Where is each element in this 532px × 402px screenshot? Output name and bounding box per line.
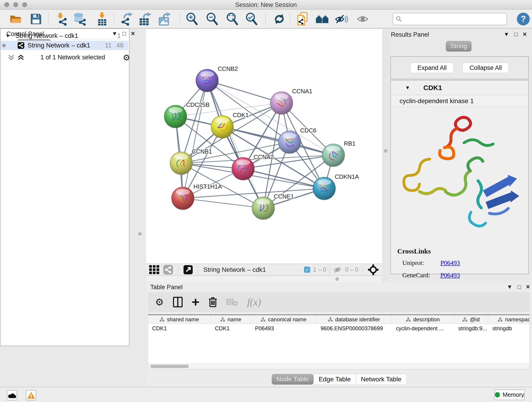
function-builder-icon: f(x) <box>247 296 261 308</box>
open-in-window-icon[interactable] <box>184 265 193 274</box>
node-ccnb1[interactable] <box>170 152 192 175</box>
tab-string[interactable]: String <box>446 41 472 51</box>
cell--id[interactable]: stringdb:9... <box>454 324 488 333</box>
node-label-ccna1: CCNA1 <box>292 88 312 95</box>
node-rb1[interactable] <box>322 144 345 167</box>
database-icon <box>73 12 87 26</box>
network-collection-row[interactable]: ▼ String Network – cdk1 1 <box>0 31 128 40</box>
help-button[interactable]: ? <box>517 13 530 26</box>
fit-content-button[interactable] <box>225 12 239 26</box>
save-session-button[interactable] <box>29 12 43 26</box>
edge-ccnb2-ccna1[interactable] <box>207 80 282 103</box>
crosslink-row: GeneCard:P06493 <box>397 272 523 279</box>
zoom-in-button[interactable] <box>185 12 198 26</box>
collection-expand-triangle-icon[interactable]: ▼ <box>6 33 10 38</box>
network-canvas[interactable]: CCNB2CCNA1CDC25BCDK1CDC6RB1CCNB1CCNA2CDK… <box>146 29 382 264</box>
column-header--id[interactable]: @id <box>454 315 488 324</box>
scrollbar-thumb[interactable] <box>150 365 189 368</box>
table-panel-collapse-icon[interactable]: ▼ <box>507 284 513 290</box>
edge-cdk1-rb1[interactable] <box>222 127 333 155</box>
zoom-out-button[interactable] <box>205 12 219 26</box>
table-panel-close-icon[interactable]: × <box>526 284 530 290</box>
node-cdkn1a[interactable] <box>313 177 336 200</box>
cell-name[interactable]: CDK1 <box>211 324 251 333</box>
network-graph[interactable]: CCNB2CCNA1CDC25BCDK1CDC6RB1CCNB1CCNA2CDK… <box>146 29 382 264</box>
cloud-status-button[interactable] <box>7 390 17 400</box>
expand-all-button[interactable]: Expand All <box>410 63 454 73</box>
cell-namespace[interactable]: stringdb <box>488 324 530 333</box>
tab-edge-table[interactable]: Edge Table <box>313 374 356 385</box>
tab-network-table[interactable]: Network Table <box>356 374 406 385</box>
column-header-label: database identifier <box>335 316 380 323</box>
cell-description[interactable]: cyclin-dependent ... <box>392 324 454 333</box>
node-section-header[interactable]: ▼ CDK1 <box>391 80 528 95</box>
show-columns-icon[interactable] <box>173 297 183 307</box>
birds-eye-toggle-icon[interactable] <box>368 264 379 275</box>
node-label-cdc25b: CDC25B <box>186 101 210 108</box>
hide-selected-button[interactable] <box>335 12 348 26</box>
crosslink-uniprot-link[interactable]: P06493 <box>440 259 460 267</box>
column-header-database-identifier[interactable]: database identifier <box>317 315 392 324</box>
right-splitter-handle[interactable] <box>384 149 387 153</box>
section-expand-triangle-icon[interactable]: ▼ <box>405 85 410 91</box>
table-options-gear-icon[interactable]: ⚙ <box>155 297 164 308</box>
horizontal-scrollbar[interactable] <box>148 363 530 369</box>
export-table-button[interactable] <box>138 12 152 26</box>
bottom-splitter-handle[interactable] <box>336 277 339 281</box>
node-ccna2[interactable] <box>232 157 254 181</box>
column-header-shared-name[interactable]: shared name <box>148 315 211 324</box>
node-ccne1[interactable] <box>252 197 274 220</box>
edge-hist1h1a-ccne1[interactable] <box>183 198 263 208</box>
zoom-selected-button[interactable] <box>245 12 258 26</box>
search-field[interactable] <box>393 13 507 25</box>
memory-button[interactable]: Memory <box>494 389 525 400</box>
network-view-share-icon[interactable] <box>163 265 173 274</box>
layout-button[interactable] <box>316 12 329 26</box>
column-header-canonical-name[interactable]: canonical name <box>251 315 317 324</box>
column-header-description[interactable]: description <box>392 315 454 324</box>
delete-column-trash-icon[interactable] <box>209 297 217 307</box>
left-splitter-handle[interactable] <box>138 232 142 236</box>
export-image-button[interactable] <box>158 12 171 26</box>
results-panel-close-icon[interactable]: × <box>523 31 527 37</box>
node-cdc6[interactable] <box>278 131 301 154</box>
control-panel-close-icon[interactable]: × <box>131 31 135 36</box>
grid-view-icon[interactable] <box>149 265 160 274</box>
node-hist1h1a[interactable] <box>172 187 194 210</box>
warnings-button[interactable] <box>26 390 36 400</box>
table-panel-float-icon[interactable]: □ <box>518 284 521 290</box>
collapse-all-button[interactable]: Collapse All <box>462 63 509 73</box>
import-network-from-database-button[interactable] <box>73 12 87 26</box>
toolbar-separator <box>265 13 266 25</box>
edge-ccnb2-hist1h1a[interactable] <box>183 80 207 198</box>
cell-shared-name[interactable]: CDK1 <box>148 324 211 333</box>
cell-database-identifier[interactable]: 9606.ENSP00000378699 <box>317 324 392 333</box>
import-table-from-file-button[interactable] <box>95 12 109 26</box>
search-input[interactable] <box>404 16 502 23</box>
cell-canonical-name[interactable]: P06493 <box>251 324 317 333</box>
network-row[interactable]: String Network – cdk1 11 48 <box>0 41 128 50</box>
column-header-namespace[interactable]: namespace <box>488 315 530 324</box>
node-ccnb2[interactable] <box>196 69 218 92</box>
crosslink-genecard-link[interactable]: P06493 <box>440 272 460 279</box>
new-network-from-selection-button[interactable] <box>296 12 310 26</box>
tab-node-table[interactable]: Node Table <box>272 374 313 385</box>
refresh-button[interactable] <box>273 12 286 26</box>
open-session-button[interactable] <box>9 12 22 26</box>
show-all-button[interactable] <box>356 12 370 26</box>
table-row[interactable]: CDK1CDK1P064939606.ENSP00000378699cyclin… <box>148 324 530 333</box>
selected-checkbox-icon[interactable]: ✓ <box>304 267 310 273</box>
node-cdc25b[interactable] <box>164 105 187 128</box>
import-network-from-file-button[interactable] <box>55 12 68 26</box>
results-panel-float-icon[interactable]: □ <box>514 31 518 37</box>
zoom-out-icon <box>206 12 218 26</box>
node-ccna1[interactable] <box>270 92 293 115</box>
results-panel: Results Panel ▼ □ × String Expand All Co… <box>389 29 532 282</box>
node-table[interactable]: shared namenamecanonical namedatabase id… <box>148 314 530 370</box>
node-cdk1[interactable] <box>211 115 234 139</box>
column-header-name[interactable]: name <box>211 315 251 324</box>
network-options-gear-icon[interactable]: ⚙ <box>123 53 130 63</box>
results-panel-collapse-icon[interactable]: ▼ <box>504 31 509 37</box>
export-network-button[interactable] <box>120 12 133 26</box>
add-column-icon[interactable]: + <box>192 298 200 307</box>
